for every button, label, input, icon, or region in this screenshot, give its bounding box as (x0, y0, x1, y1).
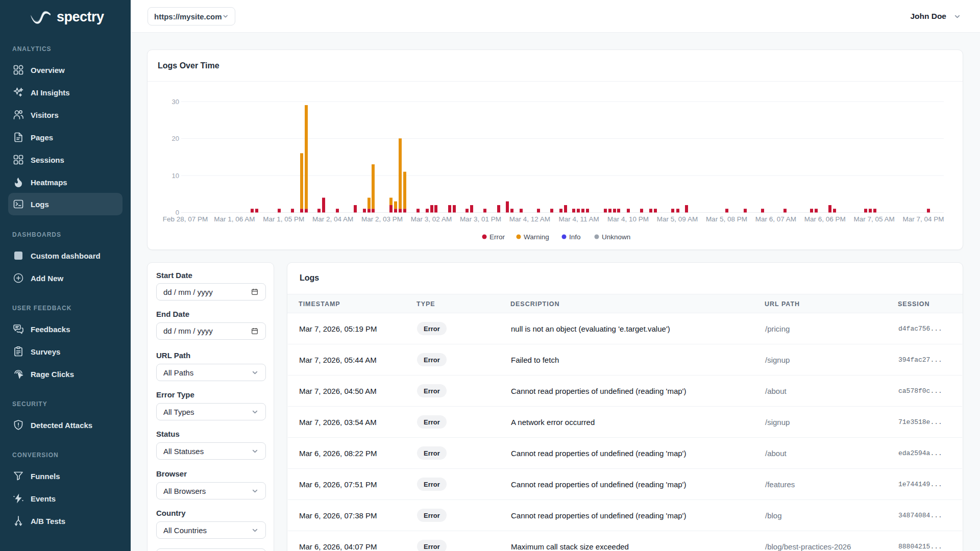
svg-text:30: 30 (172, 98, 179, 106)
svg-text:Mar 3, 01 PM: Mar 3, 01 PM (460, 215, 501, 223)
svg-text:Mar 2, 03 PM: Mar 2, 03 PM (361, 215, 403, 223)
svg-text:Error: Error (489, 233, 505, 241)
svg-text:Mar 5, 08 PM: Mar 5, 08 PM (706, 215, 747, 223)
svg-text:Mar 7, 05 AM: Mar 7, 05 AM (853, 215, 894, 223)
svg-text:Mar 2, 04 AM: Mar 2, 04 AM (312, 215, 353, 223)
svg-text:Mar 4, 10 PM: Mar 4, 10 PM (607, 215, 649, 223)
svg-text:Mar 4, 11 AM: Mar 4, 11 AM (559, 215, 599, 223)
svg-text:Unknown: Unknown (602, 233, 630, 241)
svg-text:Warning: Warning (524, 233, 549, 241)
svg-text:Mar 5, 09 AM: Mar 5, 09 AM (657, 215, 698, 223)
svg-text:Feb 28, 07 PM: Feb 28, 07 PM (163, 215, 208, 223)
svg-text:Info: Info (569, 233, 581, 241)
svg-text:Mar 6, 07 AM: Mar 6, 07 AM (755, 215, 796, 223)
svg-text:20: 20 (172, 135, 179, 142)
svg-text:Mar 3, 02 AM: Mar 3, 02 AM (411, 215, 452, 223)
svg-text:10: 10 (172, 172, 179, 180)
svg-text:Mar 1, 05 PM: Mar 1, 05 PM (263, 215, 304, 223)
svg-text:Mar 4, 12 AM: Mar 4, 12 AM (509, 215, 550, 223)
svg-text:Mar 7, 04 PM: Mar 7, 04 PM (902, 215, 944, 223)
svg-text:Mar 6, 06 PM: Mar 6, 06 PM (804, 215, 846, 223)
svg-text:Mar 1, 06 AM: Mar 1, 06 AM (214, 215, 255, 223)
